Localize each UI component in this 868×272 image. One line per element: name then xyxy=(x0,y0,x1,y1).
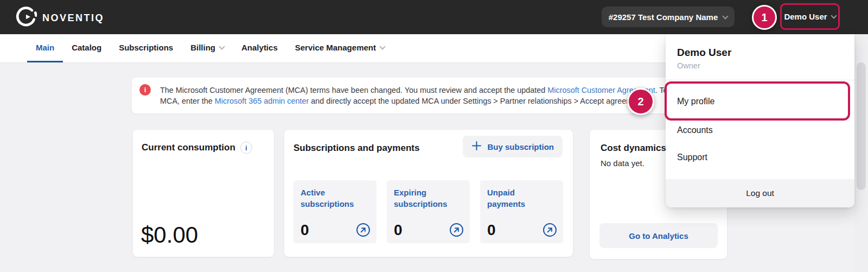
active-subscriptions-tile[interactable]: Active subscriptions 0 xyxy=(293,180,376,243)
scrollbar-thumb[interactable] xyxy=(857,62,866,190)
dropdown-user-role: Owner xyxy=(677,61,700,70)
annotation-step-2-highlight xyxy=(665,81,850,121)
support-label: Support xyxy=(677,153,707,162)
user-menu-trigger[interactable]: Demo User xyxy=(780,3,840,30)
user-dropdown-menu: Demo User Owner My profile Accounts Supp… xyxy=(666,34,854,207)
company-selector[interactable]: #29257 Test Company Name xyxy=(602,7,735,27)
nav-item-service-management-label: Service Management xyxy=(295,43,376,52)
nav-item-billing[interactable]: Billing xyxy=(182,34,233,62)
logo-wordmark: NOVENTIQ xyxy=(42,12,104,24)
chevron-down-icon xyxy=(219,43,225,49)
nav-item-analytics[interactable]: Analytics xyxy=(233,34,286,62)
user-menu-label: Demo User xyxy=(784,12,827,21)
consumption-value: $0.00 xyxy=(141,222,198,248)
menu-item-accounts[interactable]: Accounts xyxy=(666,118,854,142)
consumption-card-title: Current consumption xyxy=(142,142,235,153)
nav-item-service-management[interactable]: Service Management xyxy=(286,34,393,62)
logout-button[interactable]: Log out xyxy=(666,179,854,207)
noventiq-logo-icon xyxy=(14,6,37,30)
subscription-tiles: Active subscriptions 0 Expiring subscrip… xyxy=(293,180,563,243)
annotation-step-2-number: 2 xyxy=(637,96,643,108)
banner-line2-prefix: MCA, enter the xyxy=(160,97,215,105)
unpaid-payments-tile[interactable]: Unpaid payments 0 xyxy=(480,180,563,243)
active-subscriptions-label: Active subscriptions xyxy=(301,187,360,210)
alert-info-glyph: i xyxy=(144,86,146,94)
dropdown-divider xyxy=(666,80,854,80)
expiring-subscriptions-tile[interactable]: Expiring subscriptions 0 xyxy=(387,180,470,243)
annotation-step-1-number: 1 xyxy=(761,11,767,24)
nav-item-main-label: Main xyxy=(36,43,54,52)
top-header: NOVENTIQ #29257 Test Company Name Demo U… xyxy=(0,0,868,34)
go-to-analytics-button[interactable]: Go to Analytics xyxy=(599,223,718,248)
unpaid-payments-value: 0 xyxy=(487,222,496,239)
unpaid-payments-label: Unpaid payments xyxy=(487,187,547,210)
arrow-up-right-icon[interactable] xyxy=(449,223,464,237)
chevron-down-icon xyxy=(831,12,837,18)
plus-icon xyxy=(471,141,482,153)
nav-item-subscriptions[interactable]: Subscriptions xyxy=(110,34,182,62)
nav-item-main[interactable]: Main xyxy=(27,34,63,62)
buy-subscription-label: Buy subscription xyxy=(487,142,554,151)
nav-item-subscriptions-label: Subscriptions xyxy=(119,43,173,52)
chevron-down-icon xyxy=(723,13,729,19)
nav-item-catalog-label: Catalog xyxy=(72,43,101,52)
expiring-subscriptions-value: 0 xyxy=(394,222,403,239)
arrow-up-right-icon[interactable] xyxy=(356,223,371,237)
nav-item-catalog[interactable]: Catalog xyxy=(63,34,110,62)
logout-label: Log out xyxy=(746,188,774,198)
nav-item-billing-label: Billing xyxy=(190,43,215,52)
expiring-subscriptions-label: Expiring subscriptions xyxy=(394,187,454,210)
menu-item-support[interactable]: Support xyxy=(666,146,854,169)
chevron-down-icon xyxy=(379,43,385,49)
cost-dynamics-title: Cost dynamics xyxy=(601,143,666,154)
nav-item-analytics-label: Analytics xyxy=(241,43,278,52)
alert-info-icon: i xyxy=(139,84,151,96)
annotation-step-1: 1 xyxy=(752,5,777,30)
app-window: NOVENTIQ #29257 Test Company Name Demo U… xyxy=(0,0,868,272)
info-tooltip-icon[interactable]: i xyxy=(240,142,252,154)
noventiq-logo[interactable]: NOVENTIQ xyxy=(14,6,104,30)
banner-line1-prefix: The Microsoft Customer Agreement (MCA) t… xyxy=(160,86,547,94)
accounts-label: Accounts xyxy=(677,125,713,135)
info-glyph: i xyxy=(245,144,247,152)
company-selector-label: #29257 Test Company Name xyxy=(609,12,718,22)
current-consumption-card: Current consumption i $0.00 xyxy=(133,130,274,257)
subscriptions-payments-card: Subscriptions and payments Buy subscript… xyxy=(284,130,573,257)
admin-center-link[interactable]: Microsoft 365 admin center xyxy=(215,97,309,105)
buy-subscription-button[interactable]: Buy subscription xyxy=(463,136,563,157)
vertical-scrollbar[interactable] xyxy=(854,34,868,272)
cost-dynamics-empty-text: No data yet. xyxy=(601,159,644,168)
go-to-analytics-label: Go to Analytics xyxy=(629,231,688,241)
annotation-step-2: 2 xyxy=(627,88,654,115)
banner-line2-suffix: and directly accept the updated MCA unde… xyxy=(309,97,649,105)
dropdown-user-name: Demo User xyxy=(677,47,731,59)
active-subscriptions-value: 0 xyxy=(301,222,309,239)
subscriptions-card-title: Subscriptions and payments xyxy=(293,143,419,154)
arrow-up-right-icon[interactable] xyxy=(542,223,557,237)
